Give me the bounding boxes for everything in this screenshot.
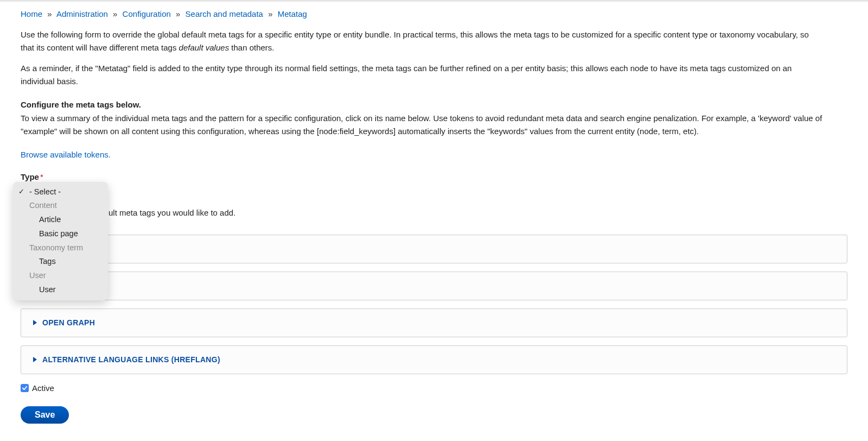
check-icon (22, 385, 28, 391)
breadcrumb-sep: » (47, 9, 52, 18)
type-option-select[interactable]: - Select - (13, 185, 108, 199)
type-optgroup-taxonomy: Taxonomy term (13, 241, 108, 255)
panel-hreflang-label: ALTERNATIVE LANGUAGE LINKS (HREFLANG) (42, 354, 220, 366)
type-option-basic-page[interactable]: Basic page (13, 227, 108, 241)
type-select-dropdown[interactable]: - Select - Content Article Basic page Ta… (13, 182, 108, 300)
intro-text-a: Use the following form to override the g… (21, 30, 809, 52)
type-option-tags[interactable]: Tags (13, 255, 108, 269)
type-option-article[interactable]: Article (13, 213, 108, 227)
chevron-right-icon (33, 357, 37, 362)
configure-heading: Configure the meta tags below. (21, 99, 847, 111)
breadcrumb-metatag[interactable]: Metatag (278, 9, 307, 18)
intro-text-b: than others. (229, 43, 274, 52)
panel-hreflang[interactable]: ALTERNATIVE LANGUAGE LINKS (HREFLANG) (21, 345, 847, 374)
type-optgroup-content: Content (13, 199, 108, 213)
intro-paragraph-2: As a reminder, if the "Metatag" field is… (21, 62, 824, 88)
active-label: Active (32, 382, 54, 395)
intro-paragraph-1: Use the following form to override the g… (21, 28, 824, 54)
breadcrumb-home[interactable]: Home (21, 9, 42, 18)
type-helper-text-fragment: ult meta tags you would like to add. (108, 208, 235, 217)
panel-open-graph-label: OPEN GRAPH (42, 317, 95, 329)
intro-text-em: default values (179, 43, 229, 52)
configure-body: To view a summary of the individual meta… (21, 112, 824, 138)
breadcrumb-search-metadata[interactable]: Search and metadata (186, 9, 263, 18)
browse-tokens-link[interactable]: Browse available tokens. (21, 149, 111, 161)
type-optgroup-user: User (13, 269, 108, 283)
breadcrumb-sep: » (113, 9, 117, 18)
breadcrumb: Home » Administration » Configuration » … (21, 8, 847, 21)
breadcrumb-sep: » (268, 9, 272, 18)
panel-placeholder-2[interactable] (21, 272, 847, 300)
breadcrumb-sep: » (176, 9, 180, 18)
active-checkbox[interactable] (21, 384, 29, 392)
breadcrumb-administration[interactable]: Administration (56, 9, 108, 18)
breadcrumb-configuration[interactable]: Configuration (123, 9, 171, 18)
panel-open-graph[interactable]: OPEN GRAPH (21, 308, 847, 337)
save-button[interactable]: Save (21, 406, 69, 424)
type-label: Type (21, 171, 39, 184)
type-option-user[interactable]: User (13, 283, 108, 297)
panel-placeholder-1[interactable] (21, 235, 847, 263)
chevron-right-icon (33, 320, 37, 325)
required-indicator: * (40, 172, 43, 181)
